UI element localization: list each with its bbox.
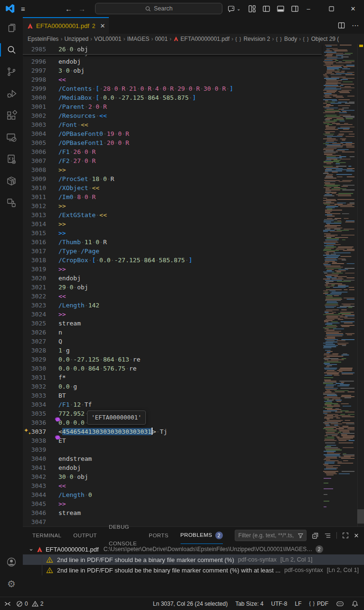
eol-indicator[interactable]: LF (295, 600, 302, 607)
tab-terminal[interactable]: TERMINAL (32, 527, 61, 544)
code-line[interactable]: 3023/Length·142 (23, 301, 322, 310)
code-line[interactable]: 3034/F1·12·Tf (23, 400, 322, 409)
code-line[interactable]: 30360.0·0.0· (23, 418, 322, 427)
code-line[interactable]: 3015>> (23, 229, 322, 238)
tab-debug-console[interactable]: DEBUG CONSOLE (109, 527, 137, 544)
breadcrumb-item[interactable]: { }Object 29 ( (303, 36, 339, 42)
code-line[interactable]: 3045>> (23, 499, 322, 508)
close-button[interactable]: ✕ (342, 0, 364, 17)
accounts-button[interactable] (0, 551, 23, 573)
code-line[interactable]: 29973·0·obj (23, 66, 322, 75)
minimize-button[interactable]: – (297, 0, 319, 17)
editor-scrollbar-slider[interactable] (357, 509, 364, 524)
code-line[interactable]: 3001/Parent·2·0·R (23, 102, 322, 111)
breadcrumb-item[interactable]: { }Body (276, 36, 297, 42)
code-line[interactable]: 3022<< (23, 292, 322, 301)
code-line[interactable]: 30300.0·0.0·864·576.75·re (23, 364, 322, 373)
code-line[interactable]: 3014>> (23, 219, 322, 229)
code-line[interactable]: 3000/MediaBox·[·0.0·-27.125·864·585.875·… (23, 93, 322, 102)
menu-icon[interactable]: ≡ (21, 0, 25, 17)
code-line[interactable]: 3026n (23, 328, 322, 337)
code-line[interactable]: 3020endobj (23, 274, 322, 283)
tab-efta-pdf[interactable]: EFTA00000001.pdf 2 ✕ (23, 17, 109, 34)
code-line[interactable]: 3046stream (23, 508, 322, 517)
sidebar-item-remote-explorer[interactable] (0, 126, 23, 148)
code-line[interactable]: 3004/OPBaseFont0·19·0·R (23, 129, 322, 138)
code-line[interactable]: 30281·g (23, 346, 322, 355)
code-line[interactable]: 3012>> (23, 201, 322, 210)
code-line[interactable]: 3019>> (23, 265, 322, 274)
encoding-indicator[interactable]: UTF-8 (271, 600, 287, 607)
code-line[interactable]: 3013/ExtGState·<< (23, 210, 322, 219)
cursor-position[interactable]: Ln 3037, Col 26 (24 selected) (153, 600, 228, 607)
code-line[interactable]: 3047 (23, 517, 322, 526)
code-line[interactable]: 3016/Thumb·11·0·R (23, 238, 322, 247)
breadcrumb-item[interactable]: { }Revision 2 (235, 36, 270, 42)
nav-back-icon[interactable]: ← (65, 0, 72, 17)
sidebar-item-search[interactable] (0, 39, 23, 61)
code-line[interactable]: 304230·0·obj (23, 472, 322, 481)
tab-size-indicator[interactable]: Tab Size: 4 (235, 600, 263, 607)
problems-file-row[interactable]: ⌄ EFTA00000001.pdf C:\Users\peter\OneDri… (23, 544, 364, 554)
copilot-chat-button[interactable]: ⌄ (227, 0, 240, 17)
code-line[interactable]: 3017/Type·/Page (23, 247, 322, 256)
code-line[interactable]: 3035772.952·20.125·Td (23, 409, 322, 418)
code-line[interactable]: 3043<< (23, 481, 322, 490)
sidebar-item-package[interactable] (0, 170, 23, 192)
breadcrumb-item[interactable]: Unzipped (64, 36, 88, 42)
tab-output[interactable]: OUTPUT (73, 527, 97, 544)
breadcrumb-item[interactable]: VOL00001 (94, 36, 121, 42)
sidebar-item-custom-views[interactable] (0, 192, 23, 214)
maximize-button[interactable] (320, 0, 342, 17)
sidebar-item-run-debug[interactable] (0, 83, 23, 105)
code-line[interactable]: 3024>> (23, 310, 322, 319)
code-line[interactable]: 2996endobj (23, 57, 322, 66)
code-line[interactable]: 3027Q (23, 337, 322, 346)
code-line[interactable]: 298526·0·obj (23, 44, 322, 54)
language-mode[interactable]: { } PDF (309, 600, 328, 607)
code-editor[interactable]: 2996endobj29973·0·obj2998<<2999/Contents… (23, 44, 364, 526)
code-line[interactable]: 3037✦✦<454654413030303030303031>·Tj (23, 427, 322, 436)
sidebar-item-explorer[interactable] (0, 17, 23, 39)
code-line[interactable]: 3009/ProcSet·18·0·R (23, 174, 322, 183)
breadcrumb-item[interactable]: EFTA00000001.pdf (173, 36, 230, 42)
problem-row[interactable]: 2nd line in PDF/FDF should be the binary… (23, 565, 364, 575)
breadcrumb[interactable]: EpsteinFiles›Unzipped›VOL00001›IMAGES›00… (23, 34, 364, 44)
code-line[interactable]: 3003/Font·<< (23, 120, 322, 129)
problems-status[interactable]: 0 2 (16, 600, 43, 607)
chevron-down-icon[interactable]: ⌄ (29, 545, 34, 552)
code-line[interactable]: 2998<< (23, 75, 322, 84)
command-center-search[interactable]: Search (95, 3, 222, 14)
nav-forward-icon[interactable]: → (78, 0, 86, 17)
code-line[interactable]: 3018/CropBox·[·0.0·-27.125·864·585.875·] (23, 256, 322, 265)
code-line[interactable]: 3011/Im0·8·0·R (23, 192, 322, 201)
breadcrumb-item[interactable]: 0001 (155, 36, 168, 42)
copilot-icon[interactable] (336, 600, 344, 607)
minimap[interactable] (322, 44, 354, 526)
sticky-scroll-line[interactable]: 298526·0·obj (23, 44, 322, 55)
problems-filter-input-box[interactable] (235, 530, 307, 541)
tab-close-icon[interactable]: ✕ (100, 22, 105, 29)
breadcrumb-item[interactable]: IMAGES (127, 36, 149, 42)
code-line[interactable]: 3002/Resources·<< (23, 111, 322, 120)
code-line[interactable]: 3005/OPBaseFont1·20·0·R (23, 138, 322, 147)
code-line[interactable]: 3040endstream (23, 454, 322, 463)
code-line[interactable]: 3041endobj (23, 463, 322, 472)
vscode-logo-icon[interactable] (5, 0, 15, 17)
breadcrumb-item[interactable]: EpsteinFiles (28, 36, 58, 42)
code-line[interactable]: 3025stream (23, 319, 322, 328)
code-line[interactable]: 3008>> (23, 165, 322, 174)
settings-button[interactable]: ⚙ (0, 573, 23, 595)
code-line[interactable]: 3010/XObject·<< (23, 183, 322, 192)
code-line[interactable]: 3044/Length·0 (23, 490, 322, 499)
problem-row[interactable]: 2nd line in PDF/FDF should be a binary f… (23, 554, 364, 565)
code-line[interactable]: 3006/F1·26·0·R (23, 147, 322, 156)
close-panel-icon[interactable]: ✕ (354, 532, 359, 539)
code-line[interactable]: 3007/F2·27·0·R (23, 156, 322, 165)
bell-icon[interactable] (352, 600, 358, 607)
code-line[interactable]: 30290.0·-27.125·864·613·re (23, 355, 322, 364)
tab-problems[interactable]: PROBLEMS 2 (181, 527, 223, 544)
code-line[interactable]: 299526·0·obj (23, 55, 322, 57)
collapse-all-icon[interactable] (312, 532, 319, 539)
toggle-panel-icon[interactable] (277, 5, 285, 13)
